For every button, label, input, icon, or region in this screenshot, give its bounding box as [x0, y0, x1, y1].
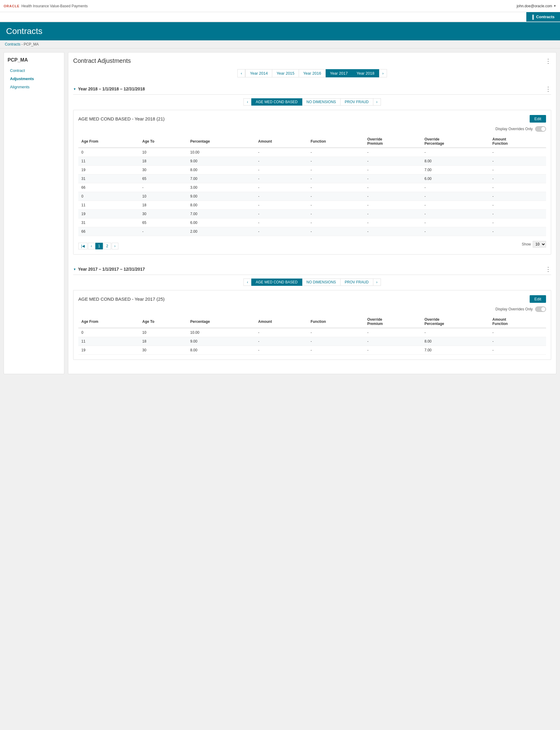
year-tab-2015[interactable]: Year 2015 [272, 69, 299, 77]
table-cell: - [364, 346, 422, 355]
table-cell: - [307, 148, 364, 157]
table-cell: - [489, 328, 546, 337]
dim-tab-prev-2018[interactable]: ‹ [243, 98, 251, 106]
table-cell: - [421, 219, 489, 227]
table-cell: 30 [139, 210, 187, 219]
dim-tab-next-2017[interactable]: › [373, 279, 381, 286]
dim-tab-prov-fraud-2017[interactable]: PROV FRAUD [341, 279, 373, 286]
table-cell: - [489, 219, 546, 227]
dim-tab-next-2018[interactable]: › [373, 98, 381, 106]
col-percentage-2018: Percentage [187, 135, 255, 148]
table-cell: - [489, 183, 546, 192]
table-cell: - [364, 219, 422, 227]
user-info[interactable]: john.doe@oracle.com ▼ [517, 4, 556, 8]
year-tab-2016[interactable]: Year 2016 [299, 69, 326, 77]
table-cell: - [421, 227, 489, 236]
year-tab-prev[interactable]: ‹ [237, 69, 245, 77]
table-cell: - [364, 192, 422, 201]
main-content: Contract Adjustments ⋮ ‹ Year 2014 Year … [68, 52, 556, 374]
display-overrides-label-2018: Display Overrides Only [495, 127, 533, 131]
table-cell: 66 [78, 183, 139, 192]
year-tab-2018[interactable]: Year 2018 [352, 69, 379, 77]
table-cell: 65 [139, 219, 187, 227]
table-row: 11189.00---8.00- [78, 157, 546, 166]
table-cell: - [307, 192, 364, 201]
sidebar-item-alignments[interactable]: Alignments [8, 83, 60, 91]
col-amount-function-2018: AmountFunction [489, 135, 546, 148]
col-age-from-2018: Age From [78, 135, 139, 148]
edit-button-2018[interactable]: Edit [530, 115, 546, 123]
dimension-tabs-2018: ‹ AGE MED COND BASED NO DIMENSIONS PROV … [73, 98, 551, 106]
year-2018-collapse-arrow[interactable]: ▼ [73, 87, 76, 91]
table-cell: - [307, 328, 364, 337]
year-2017-collapse-arrow[interactable]: ▼ [73, 268, 76, 271]
page-title: Contracts [6, 26, 42, 36]
breadcrumb-contracts-link[interactable]: Contracts [5, 42, 20, 46]
dim-tab-age-med-2018[interactable]: AGE MED COND BASED [251, 98, 302, 106]
year-tab-2014[interactable]: Year 2014 [245, 69, 272, 77]
table-cell: 11 [78, 201, 139, 210]
adjustments-table-2018: Age From Age To Percentage Amount Functi… [78, 135, 546, 236]
col-age-to-2017: Age To [139, 316, 187, 328]
table-cell: 8.00 [421, 337, 489, 346]
display-overrides-toggle-2017[interactable] [535, 307, 546, 312]
year-tab-2017[interactable]: Year 2017 [326, 69, 352, 77]
table-cell: - [307, 166, 364, 175]
dim-tab-age-med-2017[interactable]: AGE MED COND BASED [251, 279, 302, 286]
table-cell: - [421, 210, 489, 219]
page-next-2018[interactable]: › [112, 243, 118, 250]
table-cell: 19 [78, 346, 139, 355]
pagination-right-2018: Show 10 25 50 [522, 241, 546, 248]
contracts-nav-tab[interactable]: ‖ Contracts [526, 12, 560, 22]
year-2017-kebab[interactable]: ⋮ [545, 266, 551, 272]
edit-button-2017[interactable]: Edit [530, 295, 546, 303]
dim-tab-no-dimensions-2017[interactable]: NO DIMENSIONS [302, 279, 341, 286]
page-1-2018[interactable]: 1 [95, 243, 103, 250]
table-cell: - [255, 183, 308, 192]
table-cell: - [421, 148, 489, 157]
dim-tab-prov-fraud-2018[interactable]: PROV FRAUD [341, 98, 373, 106]
nav-tabs-bar: ‖ Contracts [0, 12, 560, 22]
display-overrides-2018: Display Overrides Only [78, 126, 546, 132]
table-cell: 18 [139, 157, 187, 166]
table-cell: 8.00 [187, 201, 255, 210]
sidebar-item-adjustments[interactable]: Adjustments [8, 75, 60, 83]
table-cell: - [421, 192, 489, 201]
table-cell: 30 [139, 346, 187, 355]
page-2-2018[interactable]: 2 [104, 243, 111, 250]
table-cell: 10 [139, 148, 187, 157]
show-select-2018[interactable]: 10 25 50 [533, 241, 546, 248]
year-tab-next[interactable]: › [379, 69, 387, 77]
sidebar-item-contract[interactable]: Contract [8, 66, 60, 75]
year-2017-title-text: Year 2017 – 1/1/2017 – 12/31/2017 [78, 267, 145, 272]
main-layout: PCP_MA Contract Adjustments Alignments C… [0, 49, 560, 378]
table-cell: - [307, 219, 364, 227]
table-cell: 8.00 [187, 346, 255, 355]
table-cell: - [364, 148, 422, 157]
col-override-premium-2018: OverridePremium [364, 135, 422, 148]
user-email: john.doe@oracle.com [517, 4, 552, 8]
year-2018-kebab[interactable]: ⋮ [545, 86, 551, 92]
page-prev-2018[interactable]: ‹ [88, 243, 95, 250]
page-first-2018[interactable]: |◀ [78, 243, 87, 250]
user-dropdown-arrow[interactable]: ▼ [553, 4, 556, 8]
table-cell: 7.00 [187, 210, 255, 219]
table-row: 19308.00---7.00- [78, 166, 546, 175]
table-cell: - [307, 175, 364, 183]
table-cell: - [489, 166, 546, 175]
table-cell: 0 [78, 328, 139, 337]
table-cell: 8.00 [187, 166, 255, 175]
table-cell: - [255, 219, 308, 227]
dim-tab-no-dimensions-2018[interactable]: NO DIMENSIONS [302, 98, 341, 106]
display-overrides-toggle-2018[interactable] [535, 126, 546, 132]
table-row: 01010.00----- [78, 328, 546, 337]
table-cell: - [307, 227, 364, 236]
table-cell: 7.00 [421, 166, 489, 175]
dim-tab-prev-2017[interactable]: ‹ [243, 279, 251, 286]
table-cell: - [255, 201, 308, 210]
col-override-percentage-2017: OverridePercentage [421, 316, 489, 328]
section-kebab-menu[interactable]: ⋮ [545, 58, 551, 64]
year-2018-title: ▼ Year 2018 – 1/1/2018 – 12/31/2018 [73, 87, 145, 91]
table-cell: - [421, 201, 489, 210]
col-age-from-2017: Age From [78, 316, 139, 328]
